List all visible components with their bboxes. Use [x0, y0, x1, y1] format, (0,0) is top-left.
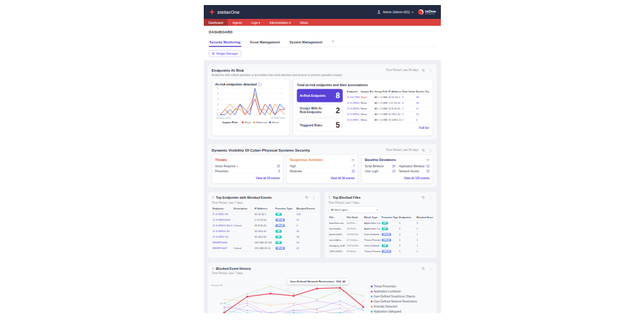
legend-item-user-defined-network-restrictions[interactable]: User-Defined Network Restrictions: [371, 300, 418, 303]
cell-num[interactable]: 2: [402, 119, 404, 122]
cell-link[interactable]: ZI-S-WIN7-S5: [213, 236, 228, 239]
cell-num[interactable]: 10: [416, 113, 419, 116]
tab-system-management[interactable]: System Management: [289, 38, 323, 47]
cell-text: -: [233, 211, 253, 217]
drag-handle-icon[interactable]: ⠿: [212, 267, 214, 270]
kebab-menu-icon[interactable]: ⋮: [428, 196, 433, 199]
kv-value[interactable]: 15: [277, 164, 280, 167]
cell-link[interactable]: ZI-10LTSB15X86: [347, 96, 360, 99]
kebab-menu-icon[interactable]: ⋮: [311, 196, 316, 199]
column-header-impact-risk[interactable]: Impact Risk↓: [360, 89, 374, 95]
cell-link[interactable]: ZI-S-WIN10-S5: [213, 230, 230, 233]
legend-item-application-lockdown[interactable]: Application Lockdown: [371, 290, 418, 293]
kv-value[interactable]: 52: [426, 164, 430, 167]
cell-num[interactable]: 1: [416, 228, 418, 231]
cell-link[interactable]: ZI-S-WIN7-S5: [213, 213, 228, 216]
cell-num[interactable]: 1: [416, 233, 418, 236]
nav-item-administration[interactable]: Administration ▾: [265, 19, 296, 26]
cell-link[interactable]: ZI-S-WIN10X64: [347, 102, 360, 105]
kv-value[interactable]: 32: [426, 169, 430, 172]
cell-num[interactable]: 34: [416, 102, 419, 105]
kv-value[interactable]: 32: [352, 169, 355, 172]
cell-num[interactable]: 4: [416, 119, 418, 122]
refresh-icon[interactable]: ↻: [421, 267, 425, 270]
widget-manager-button[interactable]: ⊞ Widget Manager: [209, 50, 242, 57]
drag-handle-icon[interactable]: ⠿: [212, 196, 214, 199]
tab-security-monitoring[interactable]: Security Monitoring: [209, 38, 241, 47]
cell-link[interactable]: ZI-S-WIN10X64: [213, 219, 230, 222]
cell-num[interactable]: 4: [296, 225, 297, 228]
block-type-select[interactable]: All block types ▾: [328, 206, 380, 213]
tab-asset-management[interactable]: Asset Management: [249, 38, 280, 47]
kv-value[interactable]: 7: [353, 164, 355, 167]
legend-item-moderate[interactable]: Moderate: [253, 121, 267, 124]
cell-num[interactable]: 1: [416, 245, 418, 248]
cell-num[interactable]: 21: [416, 108, 419, 111]
stat-at-risk-endpoints[interactable]: At-Risk Endpoints8: [297, 89, 343, 103]
refresh-icon[interactable]: ↻: [421, 196, 425, 199]
legend-item-anomaly-detection[interactable]: Anomaly Detection: [371, 305, 418, 308]
cell-num[interactable]: 21: [296, 219, 299, 222]
legend-item-user-defined-suspicious-objects[interactable]: User-Defined Suspicious Objects: [371, 295, 418, 298]
widget-top-endpoints: ⠿ Top Endpoints with Blocked Events ↻ ⋮ …: [208, 192, 321, 259]
stat-groups-with-at-risk-endpoints[interactable]: Groups With At-Risk Endpoints2: [297, 104, 343, 117]
nav-item-about[interactable]: About: [296, 19, 313, 26]
nav-item-agents[interactable]: Agents: [228, 19, 247, 26]
cell-num[interactable]: 2: [402, 108, 404, 111]
legend-item-application-safeguard[interactable]: Application Safeguard: [371, 310, 418, 313]
cell-num[interactable]: 1: [416, 239, 418, 242]
cell-num[interactable]: 4: [402, 102, 404, 105]
widget-manager-icon: ⊞: [212, 52, 214, 56]
cell-num[interactable]: 96: [416, 96, 419, 99]
cell-link[interactable]: ZI-S-WIN10-B1u5: [347, 108, 360, 111]
cell-num[interactable]: 34: [296, 236, 299, 239]
kv-value[interactable]: 5: [278, 169, 280, 172]
view-all-baseline-link[interactable]: View all 120 events: [404, 177, 430, 180]
user-menu[interactable]: Admin (Admin-001) ▾: [377, 10, 413, 14]
kebab-menu-icon[interactable]: ⋮: [428, 267, 433, 270]
cell-link[interactable]: MSWFF4447: [213, 247, 228, 250]
kebab-menu-icon[interactable]: ⋮: [428, 148, 433, 152]
associations-title: Total at-risk endpoints and their associ…: [297, 83, 429, 87]
drag-handle-icon[interactable]: ⠿: [328, 196, 331, 199]
nav-item-dashboard[interactable]: Dashboard: [204, 19, 228, 26]
kebab-menu-icon[interactable]: ⋮: [428, 69, 433, 72]
legend-item-threat-prevention[interactable]: Threat Prevention: [371, 285, 418, 288]
cell-num[interactable]: 1: [416, 250, 418, 253]
cell-link[interactable]: MSWFF4446: [213, 242, 228, 245]
kv-value[interactable]: 10: [392, 169, 395, 172]
cell-num[interactable]: 41: [296, 247, 299, 250]
column-header-file[interactable]: File↓: [328, 215, 346, 221]
stat-triggered-rules[interactable]: Triggered Rules5: [297, 119, 343, 132]
column-header-endpoint[interactable]: Endpoint↓: [212, 206, 233, 212]
refresh-icon[interactable]: ↻: [421, 148, 425, 152]
section-dynamic-visibility: Dynamic Visibility Of Cyber-Physical Sys…: [208, 144, 437, 188]
info-icon[interactable]: i: [258, 83, 262, 87]
view-all-suspicious-link[interactable]: View all 39 events: [331, 177, 355, 180]
kv-value[interactable]: 26: [392, 164, 395, 167]
cell-num[interactable]: 5: [402, 96, 404, 99]
eye-icon[interactable]: [350, 157, 355, 162]
cell-num[interactable]: 3: [416, 222, 418, 225]
brand[interactable]: stellarOne: [209, 9, 240, 15]
cell-link[interactable]: ZI-S-WIN10-S5: [347, 113, 360, 116]
view-all-threats-link[interactable]: View all 20 events: [256, 177, 280, 180]
column-header-events-triggered[interactable]: Events Triggered↓: [415, 89, 429, 95]
cell-num[interactable]: 132: [296, 213, 301, 216]
full-list-link[interactable]: Full list: [419, 126, 429, 130]
user-name: Admin (Admin-001): [383, 10, 410, 14]
tab-add-button[interactable]: +: [331, 37, 335, 47]
refresh-icon[interactable]: ↻: [421, 69, 425, 72]
legend-item-major[interactable]: Major: [242, 121, 252, 124]
eye-icon[interactable]: [425, 157, 430, 162]
cell-num[interactable]: 34: [296, 242, 299, 245]
refresh-icon[interactable]: ↻: [304, 196, 309, 199]
legend-item-minor[interactable]: Minor: [269, 121, 279, 124]
cell-link[interactable]: ZI-S-WIN7-S5: [347, 119, 360, 122]
nav-item-logs[interactable]: Logs ▾: [247, 19, 265, 26]
column-header-rule-violations[interactable]: Rule Violations↓: [401, 89, 415, 95]
cell-num[interactable]: 2: [402, 113, 404, 116]
cell-num[interactable]: 34: [296, 230, 299, 233]
cell-link[interactable]: ZI-S-WIN10-B1u5: [213, 225, 233, 228]
warning-icon: ⚠: [236, 165, 239, 168]
